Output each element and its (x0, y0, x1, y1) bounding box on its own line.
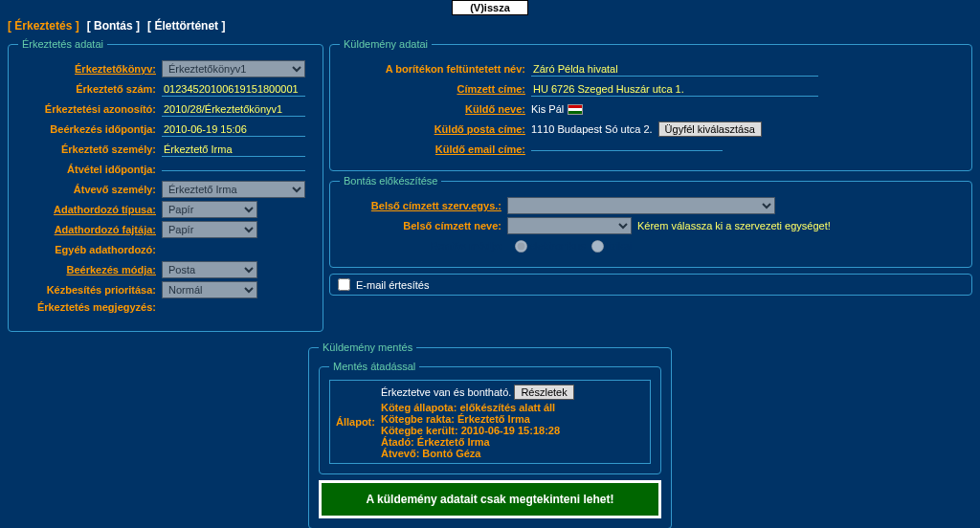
val-szam: 01234520100619151800001 (162, 82, 305, 97)
status-line6: Átvevő: Bontó Géza (381, 448, 574, 459)
flag-icon (568, 104, 583, 115)
lbl-belsoszerv: Belső címzett szerv.egys.: (340, 200, 507, 211)
radio-lbl-2: fizikai (606, 240, 633, 252)
val-cimzett: HU 6726 Szeged Huszár utca 1. (531, 82, 818, 97)
lbl-atvetel: Átvétel időpontja: (18, 164, 162, 175)
btn-reszletek[interactable]: Részletek (514, 385, 573, 400)
val-atvetel (162, 168, 305, 171)
lbl-email: E-mail értesítés (356, 279, 429, 291)
val-ido: 2010-06-19 15:06 (162, 122, 305, 137)
lbl-boritek: A borítékon feltüntetett név: (340, 63, 531, 75)
lbl-adattip: Adathordozó típusa: (18, 204, 162, 215)
chk-email[interactable] (338, 278, 350, 291)
lbl-allapot: Állapot: (336, 416, 375, 428)
legend-atadas: Mentés átadással (329, 361, 419, 372)
lbl-ido: Beérkezés időpontja: (18, 123, 162, 135)
status-line1: Érkeztetve van és bontható. (381, 386, 511, 398)
lbl-egyeb: Egyéb adathordozó: (18, 244, 162, 255)
status-line4: Kötegbe került: 2010-06-19 15:18:28 (381, 425, 574, 436)
tab-erkeztes[interactable]: [ Érkeztetés ] (8, 19, 79, 33)
back-button-top[interactable]: (V)issza (452, 0, 528, 15)
fieldset-kuldemeny: Küldemény adatai A borítékon feltüntetet… (329, 38, 972, 171)
status-line2: Köteg állapota: előkészítés alatt áll (381, 402, 574, 413)
legend-kuldemeny: Küldemény adatai (340, 38, 432, 50)
fieldset-erkeztes: Érkeztetés adatai Érkeztetőkönyv:Érkezte… (8, 38, 323, 332)
lbl-szam: Érkeztető szám: (18, 83, 162, 95)
lbl-adatfaj: Adathordozó fajtája: (18, 224, 162, 235)
tabs: [ Érkeztetés ] [ Bontás ] [ Élettörténet… (0, 15, 980, 34)
lbl-szemely: Érkeztető személy: (18, 143, 162, 155)
lbl-megj: Érkeztetés megjegyzés: (18, 301, 162, 313)
sel-beerk[interactable]: Posta (162, 261, 257, 278)
lbl-bontmod: Bontás módja: (342, 240, 509, 252)
warn-text: Kérem válassza ki a szervezeti egységet! (637, 220, 831, 231)
fieldset-mentes: Küldemény mentés Mentés átadással Állapo… (308, 341, 672, 528)
lbl-atvevo: Átvevő személy: (18, 184, 162, 195)
val-szemely: Érkeztető Irma (162, 143, 305, 157)
status-box: Állapot: Érkeztetve van és bontható. Rés… (329, 380, 651, 464)
tab-bontas[interactable]: [ Bontás ] (87, 19, 140, 33)
lbl-kuldonev: Küldő neve: (340, 103, 531, 115)
email-row: E-mail értesítés (329, 274, 972, 296)
status-lines: Érkeztetve van és bontható. Részletek Kö… (381, 385, 574, 459)
val-azon: 2010/28/Érkeztetőkönyv1 (162, 102, 305, 117)
val-kuldonev: Kis Pál (531, 103, 564, 115)
legend-mentes: Küldemény mentés (319, 341, 416, 353)
lbl-cimzett: Címzett címe: (340, 83, 531, 95)
lbl-beerk: Beérkezés módja: (18, 264, 162, 275)
status-line5: Átadó: Érkeztető Irma (381, 436, 574, 448)
lbl-kuldoposta: Küldő posta címe: (340, 123, 531, 135)
sel-belsonev[interactable] (507, 217, 632, 234)
lbl-kuldoemail: Küldő email címe: (340, 143, 531, 155)
lbl-konyv: Érkeztetőkönyv: (18, 63, 162, 75)
sel-adatfaj[interactable]: Papír (162, 221, 257, 238)
fieldset-atadas: Mentés átadással Állapot: Érkeztetve van… (319, 361, 661, 474)
legend-erkeztes: Érkeztetés adatai (18, 38, 107, 50)
val-boritek: Záró Példa hivatal (531, 62, 818, 77)
readonly-notice: A küldemény adatait csak megtekinteni le… (319, 480, 661, 518)
btn-ugyfel[interactable]: Ügyfél kiválasztása (658, 121, 762, 137)
tab-elettortenet[interactable]: [ Élettörténet ] (147, 19, 225, 33)
radio-lbl-1: elektronikus (529, 240, 586, 252)
sel-konyv[interactable]: Érkeztetőkönyv1 (162, 60, 305, 77)
sel-adattip[interactable]: Papír (162, 201, 257, 218)
val-kuldoposta: 1110 Budapest Só utca 2. (531, 123, 653, 135)
radio-fizikai[interactable] (591, 240, 604, 253)
sel-atvevo[interactable]: Érkeztető Irma (162, 181, 305, 198)
lbl-prio: Kézbesítés prioritása: (18, 284, 162, 296)
fieldset-bontas: Bontás előkészítése Belső címzett szerv.… (329, 175, 972, 268)
status-line3: Kötegbe rakta: Érkeztető Irma (381, 413, 574, 425)
legend-bontas: Bontás előkészítése (340, 175, 441, 187)
sel-prio[interactable]: Normál (162, 281, 257, 298)
radio-elektronikus[interactable] (515, 240, 527, 253)
lbl-azon: Érkeztetési azonosító: (18, 103, 162, 115)
lbl-belsonev: Belső címzett neve: (340, 220, 507, 231)
val-kuldoemail (531, 148, 723, 151)
sel-belsoszerv[interactable] (507, 197, 775, 214)
